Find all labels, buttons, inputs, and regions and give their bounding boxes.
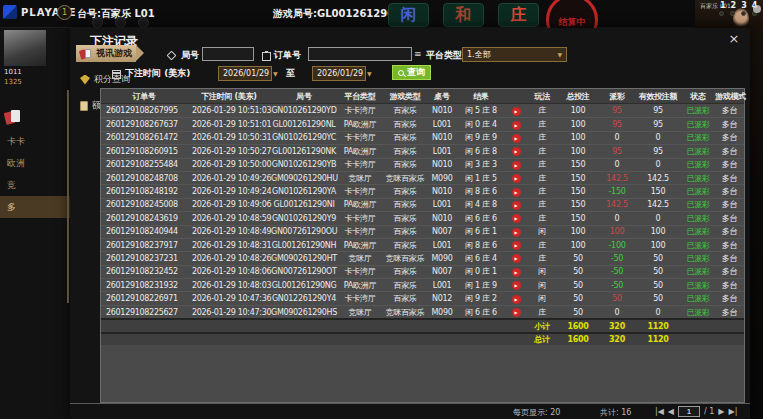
table-row[interactable]: 260129108245008 2026-01-29 10:49:06 GL00… [101,198,744,211]
chip-icon[interactable] [138,17,149,28]
table-row[interactable]: 260129108226971 2026-01-29 10:47:36 GN01… [101,291,744,304]
play-icon[interactable]: ▶ [512,161,521,170]
corner-control-icon[interactable] [753,5,761,13]
play-icon[interactable]: ▶ [512,308,521,317]
cell-total-bet: 100 [557,147,599,156]
bet-tie-button[interactable]: 和 [443,3,484,27]
dialog-gold-edge [67,90,69,303]
bet-player-button[interactable]: 闲 [388,3,429,27]
close-icon[interactable]: × [726,31,742,47]
seat-number[interactable]: 3 [741,1,747,10]
cell-table-no: M090 [427,174,457,183]
play-icon[interactable]: ▶ [512,214,521,223]
platform-select[interactable]: 1.全部 ▼ [462,47,567,62]
cell-table-no: N007 [427,227,457,236]
table-row[interactable]: 260129108243619 2026-01-29 10:48:59 GN01… [101,211,744,224]
bg-menu-item-kaka[interactable]: 卡卡 [0,130,70,152]
play-icon[interactable]: ▶ [512,228,521,237]
play-icon[interactable]: ▶ [512,281,521,290]
seat-number[interactable]: 1 [720,1,726,10]
play-icon[interactable]: ▶ [512,121,521,130]
bg-menu-item-multi[interactable]: 多 [0,196,70,218]
cell-status: 已派彩 [681,132,715,143]
cell-total-bet: 150 [557,214,599,223]
table-row[interactable]: 260129108237917 2026-01-29 10:48:31 GL00… [101,238,744,251]
bet-banker-button[interactable]: 庄 [498,3,539,27]
header-game-type: 游戏类型 [383,91,427,102]
cell-table-no: N012 [427,294,457,303]
table-row[interactable]: 260129108255484 2026-01-29 10:50:00 GN01… [101,158,744,171]
sidebar-item-video-games[interactable]: 视讯游戏 [76,45,136,62]
play-icon[interactable]: ▶ [512,295,521,304]
round-tag-icon [167,51,177,61]
table-row[interactable]: 260129108260915 2026-01-29 10:50:27 GL00… [101,144,744,157]
cell-platform: 卡卡湾厅 [337,226,383,237]
bg-menu-item-europe[interactable]: 欧洲 [0,152,70,174]
cell-status: 已派彩 [681,280,715,291]
next-page-icon[interactable]: ▶ [718,407,724,416]
cell-game-type: 百家乐 [383,213,427,224]
cell-total-bet: 150 [557,187,599,196]
round-input[interactable] [202,47,254,61]
play-icon[interactable]: ▶ [512,201,521,210]
cell-status: 已派彩 [681,199,715,210]
cell-payout: 95 [599,106,635,115]
cell-game-mode: 多台 [715,280,744,291]
cell-game-type: 竞咪百家乐 [383,173,427,184]
chip-icon[interactable] [115,17,126,28]
seat-number[interactable]: 2 [731,1,737,10]
table-row[interactable]: 260129108248708 2026-01-29 10:49:26 GM09… [101,171,744,184]
chip-icon[interactable] [92,17,103,28]
prev-page-icon[interactable]: ◀ [668,407,674,416]
cell-order-id: 260129108232452 [101,267,187,276]
table-row[interactable]: 260129108237231 2026-01-29 10:48:26 GM09… [101,251,744,264]
cell-payout: 50 [599,294,635,303]
cell-bet-side: 庄 [527,159,557,170]
table-row[interactable]: 260129108267995 2026-01-29 10:51:03 GN01… [101,104,744,117]
date-from-picker[interactable]: 2026/01/29 ▼ [218,66,272,81]
table-row[interactable]: 260129108248192 2026-01-29 10:49:24 GN01… [101,184,744,197]
play-icon[interactable]: ▶ [512,268,521,277]
search-button[interactable]: 查询 [392,65,431,80]
last-page-icon[interactable]: ▶| [729,407,738,416]
table-row[interactable]: 260129108261472 2026-01-29 10:50:31 GN01… [101,131,744,144]
cell-bet-time: 2026-01-29 10:47:30 [187,308,271,317]
table-row[interactable]: 260129108240944 2026-01-29 10:48:49 GN00… [101,225,744,238]
play-icon[interactable]: ▶ [512,188,521,197]
play-icon[interactable]: ▶ [512,107,521,116]
play-icon[interactable]: ▶ [512,174,521,183]
play-icon[interactable]: ▶ [512,147,521,156]
cell-game-mode: 多台 [715,293,744,304]
bg-menu-item-jing[interactable]: 竞 [0,174,70,196]
table-row[interactable]: 260129108232452 2026-01-29 10:48:06 GN00… [101,265,744,278]
order-input[interactable] [308,47,412,61]
cell-platform: 卡卡湾厅 [337,105,383,116]
cell-table-no: L001 [427,281,457,290]
cell-game-mode: 多台 [715,105,744,116]
cell-valid-bet: 100 [635,227,681,236]
cell-platform: 卡卡湾厅 [337,159,383,170]
cell-bet-time: 2026-01-29 10:48:59 [187,214,271,223]
play-icon[interactable]: ▶ [512,134,521,143]
cell-status: 已派彩 [681,119,715,130]
table-row[interactable]: 260129108225627 2026-01-29 10:47:30 GM09… [101,305,744,318]
header-order-id: 订单号 [101,91,187,102]
table-row[interactable]: 260129108231932 2026-01-29 10:48:03 GL00… [101,278,744,291]
cell-bet-side: 庄 [527,199,557,210]
page-number-input[interactable] [678,406,700,417]
cell-total-bet: 50 [557,281,599,290]
cell-table-no: N010 [427,214,457,223]
cell-valid-bet: 50 [635,294,681,303]
cell-status: 已派彩 [681,146,715,157]
cell-result: 闲 4 庄 8 [457,199,505,210]
play-icon[interactable]: ▶ [512,241,521,250]
first-page-icon[interactable]: |◀ [655,407,664,416]
table-row[interactable]: 260129108267637 2026-01-29 10:51:01 GL00… [101,117,744,130]
cell-order-id: 260129108248192 [101,187,187,196]
cell-table-no: N010 [427,160,457,169]
play-icon[interactable]: ▶ [512,254,521,263]
cell-bet-time: 2026-01-29 10:47:36 [187,294,271,303]
date-to-picker[interactable]: 2026/01/29 ▼ [312,66,366,81]
cell-game-type: 百家乐 [383,266,427,277]
bet-buttons: 闲 和 庄 [388,3,539,27]
